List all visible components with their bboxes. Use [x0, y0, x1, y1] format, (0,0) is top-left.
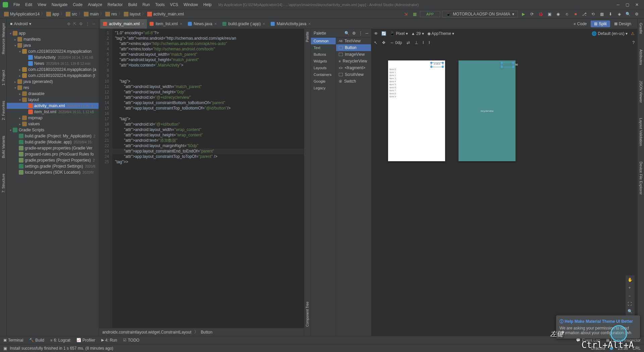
settings-icon[interactable]: ⚙: [352, 31, 356, 36]
warnings-icon[interactable]: ⚠: [631, 31, 635, 36]
menu-refactor[interactable]: Refactor: [105, 2, 125, 7]
code-editor[interactable]: 1234567891011121314151617181920212223242…: [99, 29, 304, 336]
status-icon[interactable]: ▣: [3, 346, 7, 351]
palette-item-switch[interactable]: ⦿Switch: [336, 78, 371, 85]
tool-favorites[interactable]: 2: Favorites: [1, 98, 6, 123]
status-theme[interactable]: Dracula: [591, 346, 605, 351]
tool-attributes[interactable]: Attributes: [638, 47, 644, 68]
avd-icon[interactable]: ▦: [411, 11, 418, 17]
resource-manager-icon[interactable]: ◈: [616, 11, 623, 17]
more-icon[interactable]: ⋮: [359, 31, 363, 36]
pan-icon[interactable]: ✥: [382, 40, 385, 45]
zoom-actual-icon[interactable]: 🔍: [628, 309, 633, 314]
maximize-icon[interactable]: ▢: [626, 2, 629, 7]
menu-analyze[interactable]: Analyze: [85, 2, 105, 7]
close-tab-icon[interactable]: ×: [180, 21, 182, 26]
crumb-app[interactable]: app: [46, 12, 59, 16]
component-tree-tab[interactable]: Component Tree: [305, 299, 310, 329]
project-view-select[interactable]: ■ Android ▾: [10, 21, 31, 26]
surface-select-icon[interactable]: 👁: [374, 31, 378, 36]
close-icon[interactable]: ✕: [635, 2, 639, 7]
target-icon[interactable]: ⊕: [67, 21, 70, 26]
hide-icon[interactable]: ─: [92, 21, 95, 26]
notification-balloon[interactable]: ⓘ Help Make Material Theme UI Better We …: [556, 315, 640, 339]
menu-edit[interactable]: Edit: [22, 2, 35, 7]
palette-item-imageview[interactable]: ImageView: [336, 51, 371, 58]
palette-cat-google[interactable]: Google: [311, 78, 336, 85]
crumb-main[interactable]: main: [84, 12, 99, 16]
stop-icon[interactable]: ■: [572, 11, 579, 17]
api-select[interactable]: ▲ 29 ▾: [411, 31, 424, 36]
tool-build[interactable]: 🔨 Build: [29, 338, 44, 343]
view-design[interactable]: ▦ Design: [611, 20, 635, 27]
menu-vcs[interactable]: VCS: [167, 2, 181, 7]
sync-icon[interactable]: ⇲: [402, 11, 409, 17]
tab-item-list[interactable]: item_list.xml×: [147, 19, 185, 29]
pan-tool-icon[interactable]: ✋: [628, 277, 633, 282]
crumb-layout[interactable]: layout: [124, 12, 141, 16]
tool-todo[interactable]: ☑ TODO: [123, 338, 139, 343]
palette-cat-containers[interactable]: Containers: [311, 71, 336, 78]
palette-cat-legacy[interactable]: Legacy: [311, 85, 336, 91]
orientation-icon[interactable]: 🔄: [381, 31, 386, 36]
tool-json-viewer[interactable]: JSON Viewer: [638, 78, 644, 105]
select-icon[interactable]: ↖: [374, 40, 377, 45]
close-tab-icon[interactable]: ×: [214, 21, 217, 26]
tool-profiler[interactable]: 📈 Profiler: [76, 338, 95, 343]
zoom-fit-icon[interactable]: ⛶: [628, 302, 633, 306]
sdk-manager-icon[interactable]: ⬇: [607, 11, 614, 17]
palette-cat-widgets[interactable]: Widgets: [311, 58, 336, 64]
tool-gradle[interactable]: Gradle: [638, 20, 644, 37]
close-tab-icon[interactable]: ×: [308, 21, 311, 26]
palette-item-button[interactable]: Button: [336, 44, 371, 51]
settings-gear-icon[interactable]: ⚙: [79, 21, 83, 26]
tab-main-activity[interactable]: MainActivity.java×: [268, 19, 314, 29]
apply-changes-icon[interactable]: ⟳: [529, 11, 535, 17]
zoom-in-icon[interactable]: ＋: [628, 285, 633, 291]
tool-device-file-explorer[interactable]: Device File Explorer: [638, 159, 644, 197]
palette-tab[interactable]: Palette: [305, 29, 310, 45]
theme-select[interactable]: ◉ AppTheme ▾: [427, 31, 454, 36]
margin-setting[interactable]: ↔ 0dp: [390, 40, 402, 45]
sync-gradle-icon[interactable]: ⟲: [590, 11, 596, 17]
run-config-select[interactable]: APP: [420, 11, 440, 17]
palette-item-recyclerview[interactable]: ≡RecyclerView: [336, 58, 371, 64]
minimize-icon[interactable]: ─: [616, 2, 620, 7]
profile-icon[interactable]: ◉: [555, 11, 561, 17]
crumb-res[interactable]: res: [105, 12, 117, 16]
menu-navigate[interactable]: Navigate: [49, 2, 70, 7]
debug-icon[interactable]: 🐞: [537, 11, 544, 17]
element-breadcrumb[interactable]: androidx.constraintlayout.widget.Constra…: [99, 328, 304, 336]
status-encoding[interactable]: CRL: [633, 346, 641, 351]
hide-icon[interactable]: ─: [365, 31, 368, 36]
coverage-icon[interactable]: ▣: [546, 11, 553, 17]
collapse-icon[interactable]: ⇱: [73, 21, 76, 26]
tool-structure[interactable]: 7: Structure: [1, 171, 6, 195]
menu-window[interactable]: Window: [181, 2, 201, 7]
close-tab-icon[interactable]: ×: [263, 21, 265, 26]
zoom-out-icon[interactable]: －: [628, 293, 633, 299]
code-content[interactable]: "1.0" encoding="utf-8"?>"tag"> "attr">xm…: [112, 29, 304, 328]
git-icon[interactable]: ⎇: [581, 11, 588, 17]
attach-debugger-icon[interactable]: ⎋: [564, 11, 570, 17]
menu-file[interactable]: File: [11, 2, 22, 7]
tool-logcat[interactable]: ≡ 6: Logcat: [50, 338, 70, 343]
menu-code[interactable]: Code: [70, 2, 85, 7]
guideline-icon[interactable]: Ⅰ: [423, 40, 424, 45]
tab-build-gradle[interactable]: build.gradle (:app)×: [220, 19, 268, 29]
tab-news[interactable]: News.java×: [185, 19, 220, 29]
device-select[interactable]: 📱 Pixel ▾: [390, 31, 408, 36]
view-split[interactable]: ▥ Split: [591, 20, 610, 27]
more-icon[interactable]: ⋮: [86, 21, 90, 26]
tool-build-variants[interactable]: Build Variants: [1, 133, 6, 161]
settings-icon[interactable]: ⚙: [633, 11, 640, 17]
button-preview[interactable]: 添加数据: [431, 62, 443, 67]
tool-project[interactable]: 1: Project: [1, 67, 6, 88]
palette-item-textview[interactable]: AbTextView: [336, 38, 371, 44]
design-canvas[interactable]: 添加数据 item 0item 1item 2item 3item 4item …: [371, 47, 637, 336]
palette-cat-layouts[interactable]: Layouts: [311, 64, 336, 71]
palette-cat-common[interactable]: Common: [311, 38, 336, 44]
locale-select[interactable]: 🌐 Default (en-us) ▾: [592, 31, 628, 36]
palette-cat-text[interactable]: Text: [311, 44, 336, 51]
crumb-src[interactable]: src: [66, 12, 77, 16]
